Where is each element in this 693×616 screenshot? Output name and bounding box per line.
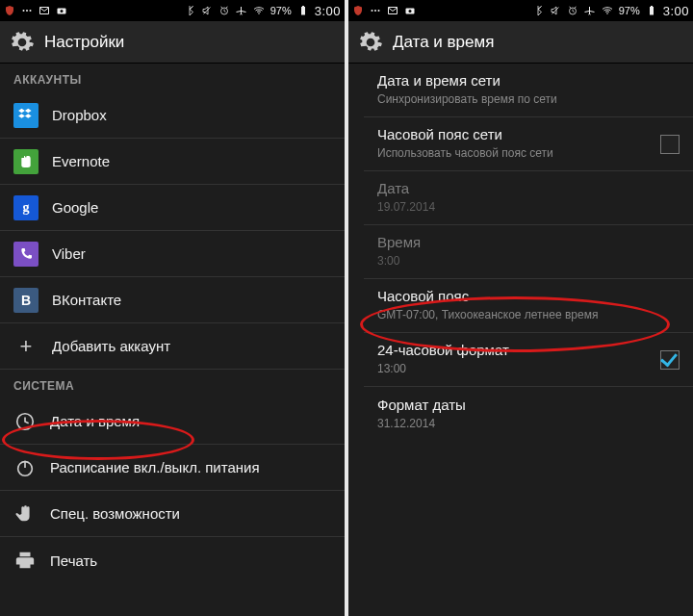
battery-icon — [297, 5, 309, 16]
bluetooth-icon — [532, 5, 544, 16]
settings-list[interactable]: АККАУНТЫ Dropbox Evernote g Google Viber… — [0, 64, 345, 616]
mute-icon — [201, 5, 213, 16]
wifi-icon — [253, 5, 265, 16]
system-accessibility[interactable]: Спец. возможности — [0, 491, 345, 537]
add-account-label: Добавить аккаунт — [52, 338, 170, 354]
print-icon — [13, 549, 37, 572]
system-date-time[interactable]: Дата и время — [0, 398, 345, 445]
airplane-icon — [236, 5, 247, 16]
svg-point-15 — [409, 10, 412, 13]
row-secondary: 13:00 — [377, 362, 647, 377]
mail-icon — [38, 5, 50, 16]
status-bar: 97% 3:00 — [348, 0, 693, 21]
row-secondary: Использовать часовой пояс сети — [377, 146, 647, 162]
row-date-format[interactable]: Формат даты 31.12.2014 — [364, 387, 693, 441]
power-icon — [13, 456, 37, 479]
battery-level: 97% — [619, 5, 640, 16]
svg-rect-7 — [301, 7, 305, 15]
svg-point-1 — [26, 10, 28, 12]
row-secondary: 19.07.2014 — [377, 200, 680, 216]
row-network-timezone[interactable]: Часовой пояс сети Использовать часовой п… — [364, 117, 693, 171]
camera-icon — [404, 5, 416, 16]
plus-icon: + — [13, 336, 38, 357]
battery-level: 97% — [270, 5, 292, 16]
page-title: Настройки — [44, 33, 124, 52]
battery-icon — [646, 5, 657, 16]
row-primary: 24-часовой формат — [377, 342, 647, 360]
item-label: Печать — [50, 552, 97, 569]
system-power-schedule[interactable]: Расписание вкл./выкл. питания — [0, 445, 345, 491]
item-label: Спец. возможности — [50, 505, 180, 522]
hand-icon — [13, 502, 37, 526]
account-dropbox[interactable]: Dropbox — [0, 92, 345, 139]
account-evernote[interactable]: Evernote — [0, 139, 345, 185]
svg-rect-18 — [650, 7, 654, 15]
mail-icon — [387, 5, 398, 16]
row-24hour[interactable]: 24-часовой формат 13:00 — [364, 333, 693, 387]
account-label: Evernote — [52, 153, 110, 169]
dots-icon — [370, 5, 381, 16]
checkbox-24hour[interactable] — [660, 350, 680, 370]
shield-icon — [352, 5, 364, 16]
account-label: Google — [52, 199, 98, 216]
svg-point-2 — [30, 10, 32, 12]
svg-point-13 — [378, 10, 380, 12]
account-label: Dropbox — [52, 107, 107, 123]
row-primary: Дата и время сети — [377, 72, 680, 90]
mute-icon — [550, 5, 561, 16]
status-bar: 97% 3:00 — [0, 0, 345, 21]
row-secondary: 31.12.2014 — [377, 417, 680, 432]
item-label: Дата и время — [50, 413, 140, 429]
svg-point-12 — [374, 10, 376, 12]
alarm-icon — [567, 5, 578, 16]
row-secondary: Синхронизировать время по сети — [377, 92, 680, 108]
evernote-icon — [13, 149, 38, 174]
row-date[interactable]: Дата 19.07.2014 — [364, 171, 693, 225]
action-bar: Настройки — [0, 21, 345, 64]
wifi-icon — [602, 5, 613, 16]
clock: 3:00 — [315, 4, 341, 18]
svg-rect-19 — [651, 6, 653, 7]
section-system: СИСТЕМА — [0, 370, 345, 398]
svg-point-6 — [258, 13, 260, 14]
shield-icon — [4, 5, 15, 16]
google-icon: g — [13, 195, 38, 220]
clock: 3:00 — [663, 4, 689, 18]
svg-point-11 — [372, 10, 373, 12]
gear-icon — [10, 30, 35, 55]
account-viber[interactable]: Viber — [0, 231, 345, 277]
row-primary: Дата — [377, 180, 680, 198]
account-vk[interactable]: B ВКонтакте — [0, 277, 345, 323]
system-printing[interactable]: Печать — [0, 537, 345, 583]
bluetooth-icon — [184, 5, 195, 16]
row-secondary: GMT-07:00, Тихоокеанское летнее время — [377, 308, 680, 323]
action-bar: Дата и время — [348, 21, 693, 64]
item-label: Расписание вкл./выкл. питания — [50, 459, 260, 475]
clock-icon — [13, 410, 37, 433]
airplane-icon — [584, 5, 596, 16]
checkbox-network-timezone[interactable] — [660, 135, 680, 154]
row-time[interactable]: Время 3:00 — [364, 225, 693, 279]
row-timezone[interactable]: Часовой пояс GMT-07:00, Тихоокеанское ле… — [364, 279, 693, 333]
row-network-time[interactable]: Дата и время сети Синхронизировать время… — [364, 64, 693, 117]
svg-point-17 — [606, 13, 608, 14]
add-account[interactable]: + Добавить аккаунт — [0, 323, 345, 370]
row-primary: Формат даты — [377, 397, 680, 415]
dots-icon — [21, 5, 33, 16]
row-secondary: 3:00 — [377, 254, 680, 270]
phone-left: 97% 3:00 Настройки АККАУНТЫ Dropbox Ever… — [0, 0, 345, 616]
row-primary: Часовой пояс — [377, 288, 680, 306]
phone-right: 97% 3:00 Дата и время Дата и время сети … — [348, 0, 693, 616]
account-google[interactable]: g Google — [0, 185, 345, 231]
account-label: ВКонтакте — [52, 292, 121, 308]
gear-icon — [358, 30, 383, 55]
viber-icon — [13, 242, 38, 267]
camera-icon — [56, 5, 67, 16]
row-primary: Часовой пояс сети — [377, 126, 647, 144]
svg-rect-8 — [302, 6, 304, 7]
row-primary: Время — [377, 234, 680, 252]
svg-point-4 — [61, 10, 64, 13]
account-label: Viber — [52, 245, 86, 262]
datetime-list[interactable]: Дата и время сети Синхронизировать время… — [348, 64, 693, 616]
svg-point-0 — [23, 10, 25, 12]
